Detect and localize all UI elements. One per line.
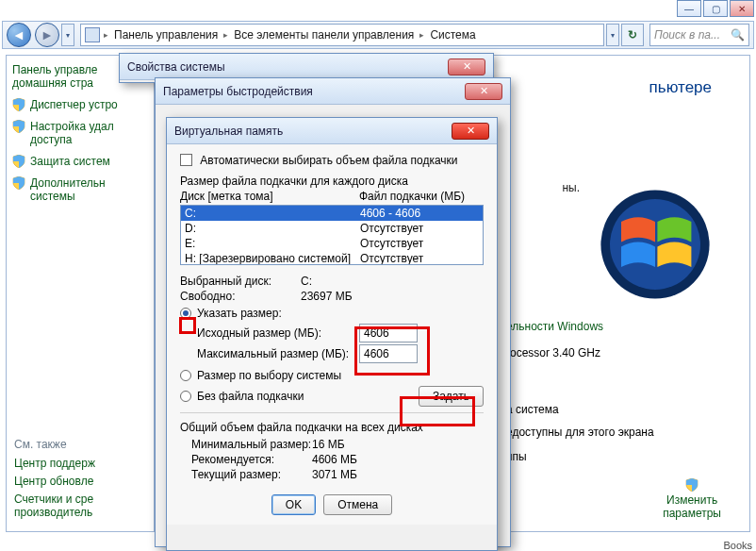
nav-forward-button[interactable]: ► [35,23,59,47]
shield-icon [12,155,25,168]
sidebar: Панель управледомашняя стра Диспетчер ус… [6,55,155,532]
see-also-label: См. также [14,438,146,451]
min-size-value: 16 МБ [312,438,345,451]
drive-list[interactable]: C:4606 - 4606 D:Отсутствует E:Отсутствуе… [180,205,484,265]
see-also-action-center[interactable]: Центр поддерж [14,457,146,470]
shield-icon [12,120,25,133]
ram-label-fragment: ппы [506,450,714,463]
chevron-right-icon: ▸ [104,30,108,40]
os-section-fragment: а система [506,403,714,416]
breadcrumb[interactable]: ▸ Панель управления ▸ Все элементы панел… [80,24,604,46]
shield-icon [12,98,25,111]
close-button[interactable]: ✕ [730,0,754,17]
initial-size-input[interactable] [359,324,418,342]
shield-icon [685,478,698,492]
max-size-label: Максимальный размер (МБ): [197,347,359,360]
see-also-perf-tools[interactable]: Счетчики и сре производитель [14,493,146,519]
dialog-virtual-memory: Виртуальная память ✕ Автоматически выбир… [166,117,498,551]
titlebar[interactable]: Виртуальная память ✕ [167,118,497,144]
address-bar: ◄ ► ▾ ▸ Панель управления ▸ Все элементы… [2,21,754,49]
close-icon[interactable]: ✕ [452,123,489,140]
close-icon[interactable]: ✕ [448,58,485,75]
free-space-value: 23697 МБ [301,290,353,303]
free-space-label: Свободно: [180,290,301,303]
drive-row[interactable]: E:Отсутствует [181,236,483,251]
shield-icon [12,176,25,190]
crumb-2[interactable]: Все элементы панели управления [232,28,416,42]
minimize-button[interactable]: — [677,0,701,17]
refresh-button[interactable]: ↻ [621,24,644,46]
radio-custom-size[interactable]: Указать размер: [180,307,484,320]
change-settings-link[interactable]: Изменить параметры [663,478,721,520]
svg-point-1 [610,199,700,290]
search-input[interactable]: Поиск в па... 🔍 [649,24,749,46]
page-title-fragment: пьютере [649,78,712,97]
drive-row[interactable]: D:Отсутствует [181,221,483,236]
checkbox-icon [180,154,192,166]
ok-button[interactable]: OK [271,494,316,515]
close-icon[interactable]: ✕ [465,83,502,100]
dialog-title: Свойства системы [127,60,225,74]
col-pagefile: Файл подкачки (МБ) [359,190,465,203]
selected-drive-label: Выбранный диск: [180,275,301,288]
chevron-right-icon: ▸ [223,30,228,40]
radio-icon [180,370,191,381]
sidebar-item-advanced-settings[interactable]: Дополнительн системы [12,176,148,203]
current-size-value: 3071 МБ [312,468,357,481]
address-dropdown[interactable]: ▾ [606,24,619,46]
drive-row[interactable]: H: [Зарезервировано системой]Отсутствует [181,251,483,265]
auto-manage-checkbox[interactable]: Автоматически выбирать объем файла подка… [180,154,484,167]
footer-text: Books [723,540,752,551]
windows-logo-icon [599,188,712,301]
chevron-right-icon: ▸ [419,30,424,40]
sidebar-item-device-manager[interactable]: Диспетчер устро [12,98,148,111]
selected-drive-value: C: [301,275,312,288]
radio-system-managed[interactable]: Размер по выбору системы [180,369,484,382]
see-also-windows-update[interactable]: Центр обновле [14,475,146,488]
maximize-button[interactable]: ▢ [703,0,728,17]
total-heading: Общий объем файла подкачки на всех диска… [180,421,484,434]
dialog-title: Параметры быстродействия [163,85,313,98]
search-placeholder: Поиск в па... [654,28,720,42]
recommended-value: 4606 МБ [312,453,357,466]
initial-size-label: Исходный размер (МБ): [197,326,359,340]
control-panel-icon [85,27,100,42]
max-size-input[interactable] [359,344,418,363]
cpu-value: rocessor 3.40 GHz [506,346,714,359]
sidebar-item-remote-settings[interactable]: Настройка удал доступа [12,120,148,146]
crumb-3[interactable]: Система [428,28,477,42]
search-icon: 🔍 [731,28,745,42]
each-drive-label: Размер файла подкачки для каждого диска [180,175,484,188]
drive-row[interactable]: C:4606 - 4606 [181,206,483,221]
cancel-button[interactable]: Отмена [323,494,392,515]
col-drive: Диск [метка тома] [180,190,359,203]
recommended-label: Рекомендуется: [191,453,312,466]
titlebar[interactable]: Свойства системы ✕ [120,54,493,80]
dialog-title: Виртуальная память [174,125,283,138]
system-info-fragment: ны. [562,178,580,197]
radio-icon [180,308,191,319]
radio-icon [180,391,191,402]
titlebar[interactable]: Параметры быстродействия ✕ [156,78,510,105]
nav-back-button[interactable]: ◄ [7,23,31,47]
sidebar-item-system-protection[interactable]: Защита систем [12,155,148,168]
os-line: едоступны для этого экрана [506,426,714,439]
current-size-label: Текущий размер: [191,468,312,481]
nav-history-dropdown[interactable]: ▾ [61,24,74,46]
radio-no-pagefile[interactable]: Без файла подкачки [180,390,419,403]
min-size-label: Минимальный размер: [191,438,312,451]
set-button[interactable]: Задать [419,386,484,407]
crumb-1[interactable]: Панель управления [112,28,220,42]
performance-index-link[interactable]: ельности Windows [506,320,714,333]
